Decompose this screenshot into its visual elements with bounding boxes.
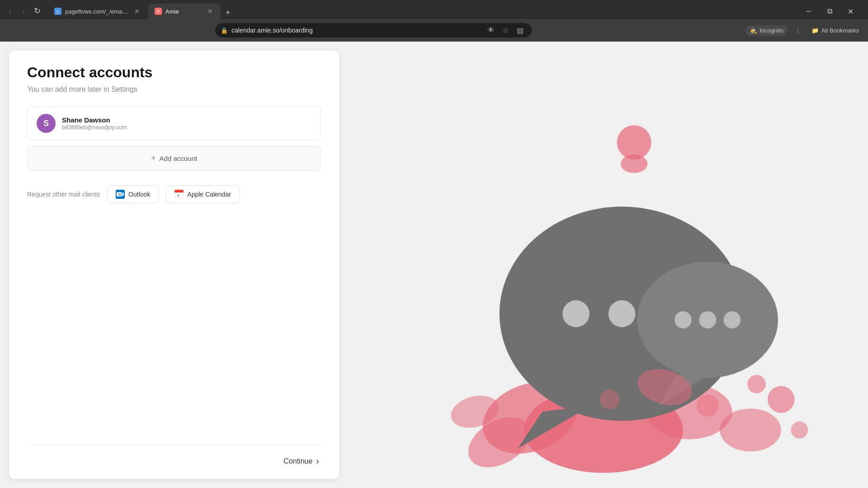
svg-rect-3 [121, 192, 124, 196]
tab-pageflows-close[interactable]: ✕ [133, 7, 141, 15]
svg-point-24 [562, 300, 590, 328]
tab-bar: ‹ › ↻ p pageflows.com/_/emails/_/7fb... … [0, 0, 868, 19]
outlook-button[interactable]: O Outlook [107, 185, 159, 203]
continue-area: Continue › [27, 445, 321, 470]
refresh-button[interactable]: ↻ [31, 5, 43, 17]
svg-point-21 [621, 155, 648, 173]
svg-text:7: 7 [177, 194, 179, 198]
tab-amie-title: Amie [165, 8, 203, 15]
forward-icon: › [22, 6, 25, 16]
account-info: Shane Dawson b836f0eb@moodjoy.com [62, 116, 127, 131]
main-content: Connect accounts You can add more later … [0, 42, 868, 488]
svg-point-29 [675, 311, 692, 328]
account-email: b836f0eb@moodjoy.com [62, 124, 127, 131]
address-bar[interactable]: 🔒 calendar.amie.so/onboarding 👁 ☆ ▤ [215, 23, 532, 38]
amie-favicon: A [155, 8, 162, 15]
outlook-label: Outlook [128, 191, 150, 198]
illustration-svg [348, 51, 859, 479]
eye-off-icon[interactable]: 👁 [485, 24, 497, 37]
continue-label: Continue [283, 457, 312, 465]
mail-clients-label: Request other mail clients [27, 191, 100, 198]
svg-point-31 [723, 311, 741, 328]
svg-point-11 [720, 408, 781, 451]
apple-calendar-label: Apple Calendar [187, 191, 231, 198]
right-panel [348, 51, 859, 479]
svg-point-18 [747, 375, 766, 394]
page-title: Connect accounts [27, 64, 321, 81]
add-account-plus-icon: + [151, 154, 156, 163]
bookmarks-button[interactable]: 📁 All Bookmarks [808, 25, 863, 36]
svg-point-34 [600, 389, 619, 409]
incognito-badge: 🕵 Incognito [745, 25, 788, 36]
outlook-icon: O [116, 190, 125, 199]
avatar-letter: S [43, 119, 49, 128]
svg-point-30 [699, 311, 716, 328]
bookmarks-folder-icon: 📁 [811, 27, 819, 34]
incognito-icon: 🕵 [750, 27, 757, 34]
mail-clients-row: Request other mail clients O Outlook [27, 185, 321, 203]
refresh-icon: ↻ [34, 6, 41, 16]
account-name: Shane Dawson [62, 116, 127, 124]
back-icon: ‹ [9, 6, 11, 16]
svg-point-20 [617, 125, 651, 160]
connected-account-item[interactable]: S Shane Dawson b836f0eb@moodjoy.com [27, 106, 321, 141]
forward-button[interactable]: › [17, 5, 30, 17]
chevron-right-icon: › [316, 456, 319, 466]
tab-pageflows[interactable]: p pageflows.com/_/emails/_/7fb... ✕ [48, 4, 147, 19]
tab-amie[interactable]: A Amie ✕ [148, 4, 221, 19]
svg-point-12 [768, 386, 795, 413]
maximize-button[interactable]: ⧉ [819, 4, 840, 19]
add-account-label: Add account [160, 155, 197, 162]
continue-button[interactable]: Continue › [282, 452, 321, 470]
tab-amie-close[interactable]: ✕ [206, 7, 214, 15]
tab-pageflows-title: pageflows.com/_/emails/_/7fb... [65, 8, 129, 15]
add-account-button[interactable]: + Add account [27, 146, 321, 171]
apple-calendar-button[interactable]: 7 Apple Calendar [166, 185, 240, 203]
svg-point-13 [791, 422, 808, 439]
menu-button[interactable]: ⋮ [792, 24, 804, 37]
account-avatar: S [37, 114, 56, 133]
new-tab-button[interactable]: + [222, 6, 234, 19]
lock-icon: 🔒 [221, 27, 228, 34]
svg-point-25 [609, 300, 636, 328]
incognito-label: Incognito [760, 27, 783, 34]
star-icon[interactable]: ☆ [499, 24, 512, 37]
back-button[interactable]: ‹ [4, 5, 16, 17]
tab-bar-left: ‹ › ↻ p pageflows.com/_/emails/_/7fb... … [4, 4, 798, 19]
illustration [348, 51, 859, 479]
address-bar-row: 🔒 calendar.amie.so/onboarding 👁 ☆ ▤ 🕵 In… [0, 19, 868, 42]
close-button[interactable]: ✕ [840, 4, 861, 19]
browser-chrome: ‹ › ↻ p pageflows.com/_/emails/_/7fb... … [0, 0, 868, 42]
bookmarks-label: All Bookmarks [821, 27, 859, 34]
apple-calendar-icon: 7 [175, 190, 184, 199]
minimize-button[interactable]: ─ [798, 4, 819, 19]
left-panel: Connect accounts You can add more later … [9, 51, 339, 479]
svg-rect-6 [175, 192, 184, 192]
sidebar-icon[interactable]: ▤ [514, 24, 526, 37]
address-right-icons: 👁 ☆ ▤ [485, 24, 526, 37]
window-controls: ─ ⧉ ✕ [798, 4, 864, 19]
pageflows-favicon: p [54, 8, 61, 15]
page-subtitle: You can add more later in Settings [27, 85, 321, 94]
svg-point-33 [697, 394, 719, 417]
address-text: calendar.amie.so/onboarding [231, 27, 313, 34]
